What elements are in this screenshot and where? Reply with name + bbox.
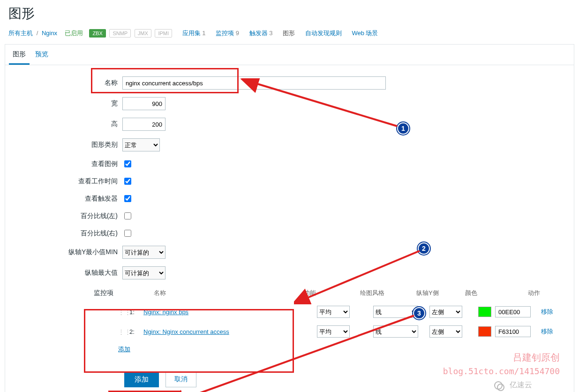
item-index: 1: — [129, 309, 143, 316]
nav-triggers-label: 触发器 — [249, 30, 268, 37]
label-worktime: 查看工作时间 — [10, 177, 122, 186]
item-index: 2: — [129, 328, 143, 335]
label-legend: 查看图例 — [10, 160, 122, 168]
input-color[interactable] — [495, 306, 531, 317]
badge-ipmi: IPMI — [155, 29, 172, 38]
select-graph-type[interactable]: 正常 — [122, 138, 160, 151]
tabs: 图形 预览 — [5, 45, 574, 65]
input-color[interactable] — [495, 326, 531, 337]
label-name: 名称 — [10, 79, 122, 87]
badge-snmp: SNMP — [109, 29, 131, 38]
annotation-badge-2: 2 — [418, 242, 430, 255]
nav-web[interactable]: Web 场景 — [352, 30, 378, 37]
status-enabled: 已启用 — [65, 30, 83, 37]
label-width: 宽 — [10, 99, 122, 108]
label-triggers: 查看触发器 — [10, 195, 122, 203]
watermark-blogurl: blog.51cto.com/14154700 — [443, 366, 560, 376]
item-name-link[interactable]: Nginx: Nginx concurrent access — [143, 328, 229, 335]
label-pct-right: 百分比线(右) — [10, 229, 122, 238]
select-func[interactable]: 平均 — [317, 325, 350, 338]
nav-discovery[interactable]: 自动发现规则 — [305, 30, 342, 37]
submit-button[interactable]: 添加 — [124, 371, 159, 387]
nav-graphs[interactable]: 图形 — [283, 30, 295, 37]
select-func[interactable]: 平均 — [317, 306, 350, 318]
nav-triggers-count: 3 — [269, 30, 272, 37]
input-height[interactable] — [122, 118, 165, 131]
annotation-badge-3: 3 — [413, 307, 425, 319]
crumb-host[interactable]: Nginx — [42, 30, 57, 37]
nav-triggers[interactable]: 触发器 3 — [249, 30, 274, 37]
nav-applications-label: 应用集 — [182, 30, 201, 37]
drag-handle-icon[interactable]: ⋮⋮ — [118, 309, 129, 316]
watermark-author: 吕建钊原创 — [513, 351, 560, 364]
tab-preview[interactable]: 预览 — [31, 45, 52, 63]
footer-brand-icon — [494, 381, 503, 390]
check-show-legend[interactable] — [124, 160, 131, 167]
col-head-func: 功能 — [304, 289, 360, 297]
item-row: ⋮⋮ 2: Nginx: Nginx concurrent access 平均 … — [118, 322, 569, 341]
nav-items[interactable]: 监控项 9 — [216, 30, 241, 37]
col-head-side: 纵轴Y侧 — [416, 289, 465, 297]
label-pct-left: 百分比线(左) — [10, 212, 122, 220]
main-card: 图形 预览 名称 宽 高 图形类别 正常 查看图例 查看工作时间 — [5, 44, 574, 392]
nav-applications-count: 1 — [202, 30, 205, 37]
footer-brand-text: 亿速云 — [510, 381, 532, 389]
nav-applications[interactable]: 应用集 1 — [182, 30, 207, 37]
check-pct-left[interactable] — [124, 212, 131, 219]
badge-jmx: JMX — [135, 29, 151, 38]
color-swatch[interactable] — [478, 326, 491, 337]
select-side[interactable]: 左侧 — [429, 306, 462, 318]
page-title: 图形 — [0, 0, 579, 28]
label-type: 图形类别 — [10, 141, 122, 149]
select-side[interactable]: 左侧 — [429, 325, 462, 338]
drag-handle-icon[interactable]: ⋮⋮ — [118, 328, 129, 335]
footer-brand-badge: 亿速云 — [494, 380, 532, 390]
nav-items-count: 9 — [236, 30, 239, 37]
select-ymax[interactable]: 可计算的 — [122, 266, 165, 279]
select-ymin[interactable]: 可计算的 — [122, 246, 165, 259]
crumb-separator: / — [35, 30, 40, 37]
select-style[interactable]: 线 — [373, 306, 418, 318]
add-item-link[interactable]: 添加 — [118, 345, 130, 354]
check-show-worktime[interactable] — [124, 178, 131, 185]
remove-link[interactable]: 移除 — [541, 328, 553, 335]
nav-items-label: 监控项 — [216, 30, 234, 37]
label-ymax: 纵轴最大值 — [10, 269, 122, 277]
col-head-name: 名称 — [118, 289, 304, 297]
annotation-badge-1: 1 — [397, 122, 409, 135]
crumb-all-hosts[interactable]: 所有主机 — [8, 30, 33, 37]
col-head-color: 颜色 — [465, 289, 528, 297]
check-pct-right[interactable] — [124, 230, 131, 237]
check-show-triggers[interactable] — [124, 195, 131, 202]
label-items: 监控项 — [10, 287, 118, 297]
item-row: ⋮⋮ 1: Nginx: nginx bps 平均 线 左侧 移除 — [118, 302, 569, 322]
select-style[interactable]: 线 — [373, 325, 418, 338]
item-name-link[interactable]: Nginx: nginx bps — [143, 309, 188, 316]
col-head-action: 动作 — [528, 289, 556, 297]
label-ymin: 纵轴Y最小值MIN — [10, 248, 122, 256]
breadcrumb-navbar: 所有主机 / Nginx 已启用 ZBX SNMP JMX IPMI 应用集 1… — [0, 28, 579, 44]
input-name[interactable] — [122, 76, 386, 90]
color-swatch[interactable] — [478, 307, 491, 317]
badge-zbx: ZBX — [89, 29, 105, 38]
cancel-button[interactable]: 取消 — [165, 371, 196, 387]
items-header-row: 名称 功能 绘图风格 纵轴Y侧 颜色 动作 — [118, 287, 569, 302]
remove-link[interactable]: 移除 — [541, 308, 553, 315]
label-height: 高 — [10, 120, 122, 128]
col-head-style: 绘图风格 — [360, 289, 416, 297]
form-area: 名称 宽 高 图形类别 正常 查看图例 查看工作时间 查看触发器 — [5, 65, 574, 392]
input-width[interactable] — [122, 97, 165, 110]
tab-graph[interactable]: 图形 — [9, 45, 30, 65]
